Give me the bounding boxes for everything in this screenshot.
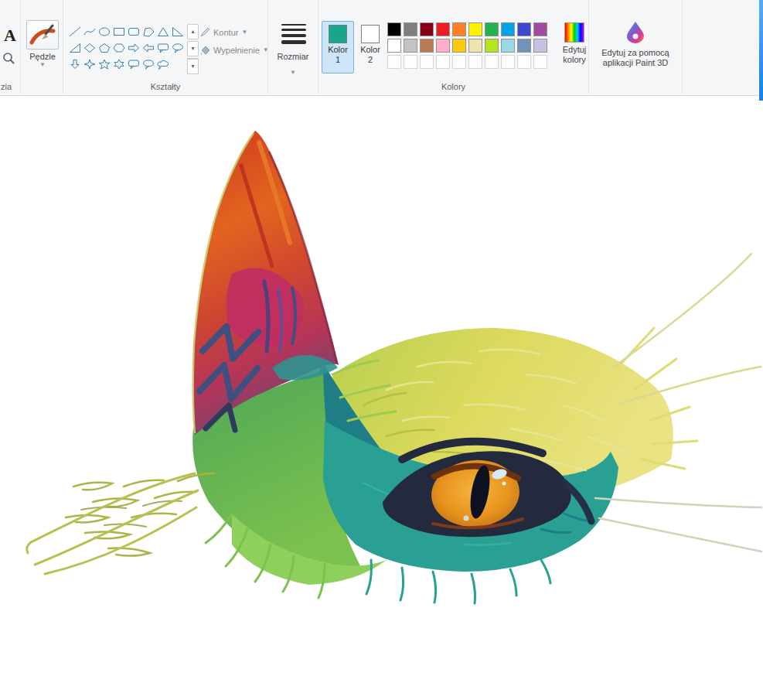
- palette-swatch-empty[interactable]: [452, 55, 466, 69]
- palette-swatch[interactable]: [485, 39, 499, 53]
- shape-curve-icon[interactable]: [82, 23, 97, 39]
- brushes-label: Pędzle: [26, 52, 59, 61]
- outline-label: Kontur: [213, 28, 238, 37]
- shapes-scroll-down-button[interactable]: ▼: [187, 41, 199, 56]
- shape-polygon-icon[interactable]: [141, 23, 155, 39]
- magnifier-icon[interactable]: [2, 52, 15, 68]
- fill-button[interactable]: Wypełnienie ▼: [199, 43, 274, 57]
- size-label: Rozmiar: [268, 52, 318, 61]
- shape-scalene-triangle-icon[interactable]: [67, 39, 82, 56]
- brushes-group: Pędzle ▼: [21, 0, 63, 94]
- shape-scroll: ▲ ▼ ▼: [187, 24, 198, 76]
- color1-label: Kolor: [322, 45, 353, 55]
- shape-arrow-down-icon[interactable]: [67, 56, 82, 72]
- color2-label: Kolor: [355, 45, 386, 55]
- shape-triangle-icon[interactable]: [155, 23, 170, 39]
- palette-swatch[interactable]: [452, 39, 466, 53]
- palette-swatch-empty[interactable]: [501, 55, 515, 69]
- palette-swatch[interactable]: [404, 39, 417, 53]
- palette-swatch[interactable]: [420, 22, 434, 36]
- shape-star-five-icon[interactable]: [97, 56, 111, 72]
- shape-diamond-icon[interactable]: [82, 39, 97, 56]
- palette-swatch[interactable]: [517, 39, 531, 53]
- shape-rounded-rectangle-icon[interactable]: [126, 23, 141, 39]
- shape-rectangle-icon[interactable]: [111, 23, 126, 39]
- chevron-down-icon: ▼: [241, 29, 247, 36]
- palette-swatch[interactable]: [420, 39, 434, 53]
- palette-swatch-empty[interactable]: [517, 55, 531, 69]
- palette-swatch[interactable]: [485, 22, 499, 36]
- shape-right-triangle-icon[interactable]: [170, 23, 185, 39]
- shape-grid: [67, 23, 185, 72]
- palette-swatch[interactable]: [533, 39, 547, 53]
- ribbon: A zia Pędzle ▼ ▲ ▼: [0, 0, 763, 96]
- edit-colors-label: Edytuj: [557, 45, 591, 55]
- shapes-scroll-up-button[interactable]: ▲: [187, 24, 199, 39]
- palette-swatch[interactable]: [468, 39, 482, 53]
- shape-callout-oval-icon[interactable]: [141, 56, 155, 72]
- color2-button[interactable]: Kolor 2: [354, 21, 387, 73]
- shape-callout-oval-icon[interactable]: [170, 39, 185, 56]
- colors-group-label: Kolory: [318, 82, 588, 91]
- palette-swatch[interactable]: [436, 39, 450, 53]
- rainbow-icon: [564, 22, 584, 43]
- paint3d-button[interactable]: Edytuj za pomocą aplikacji Paint 3D: [589, 0, 682, 94]
- paint3d-label: Edytuj za pomocą: [589, 48, 682, 58]
- outline-pencil-icon: [199, 27, 210, 38]
- palette-swatch[interactable]: [501, 39, 515, 53]
- palette-swatch[interactable]: [387, 22, 401, 36]
- chevron-down-icon: ▼: [290, 69, 296, 76]
- outline-button[interactable]: Kontur ▼: [199, 26, 274, 39]
- fill-bucket-icon: [199, 45, 210, 56]
- palette-swatch-empty[interactable]: [387, 55, 401, 69]
- shapes-group-label: Kształty: [63, 82, 267, 91]
- paint3d-group: Edytuj za pomocą aplikacji Paint 3D: [589, 0, 683, 94]
- shape-star-four-icon[interactable]: [82, 56, 97, 72]
- canvas[interactable]: [0, 96, 763, 700]
- palette-swatch[interactable]: [517, 22, 531, 36]
- chevron-down-icon: ▼: [26, 62, 59, 68]
- fill-label: Wypełnienie: [213, 46, 260, 55]
- size-group: Rozmiar ▼: [268, 0, 318, 94]
- shape-pentagon-icon[interactable]: [97, 39, 111, 56]
- palette-swatch[interactable]: [436, 22, 450, 36]
- palette-swatch[interactable]: [468, 22, 482, 36]
- size-button[interactable]: Rozmiar ▼: [268, 0, 318, 94]
- palette-swatch-empty[interactable]: [485, 55, 499, 69]
- palette-swatch[interactable]: [404, 22, 417, 36]
- color1-swatch: [329, 25, 347, 43]
- tools-group-label: zia: [0, 82, 21, 91]
- palette-swatch[interactable]: [452, 22, 466, 36]
- palette-swatch[interactable]: [533, 22, 547, 36]
- shape-arrow-left-icon[interactable]: [141, 39, 155, 56]
- shape-ellipse-icon[interactable]: [97, 23, 111, 39]
- edit-colors-button[interactable]: Edytuj kolory: [557, 21, 591, 65]
- brush-icon: [26, 20, 59, 50]
- palette-swatch-empty[interactable]: [436, 55, 450, 69]
- shape-callout-rounded-icon[interactable]: [126, 56, 141, 72]
- shapes-more-button[interactable]: ▼: [187, 58, 199, 74]
- palette-swatch-empty[interactable]: [468, 55, 482, 69]
- palette-swatch[interactable]: [387, 39, 401, 53]
- colors-group: Kolor 1 Kolor 2 Edytuj kolory Kolory: [318, 0, 589, 94]
- shape-callout-rounded-icon[interactable]: [155, 39, 170, 56]
- shapes-group: ▲ ▼ ▼ Kontur ▼ Wypełnienie ▼ Kształty: [63, 0, 268, 94]
- shape-hexagon-icon[interactable]: [111, 39, 126, 56]
- palette-swatch-empty[interactable]: [404, 55, 417, 69]
- color-palette: [387, 22, 550, 71]
- palette-swatch-empty[interactable]: [420, 55, 434, 69]
- cat-drawing: [0, 96, 763, 700]
- paint3d-icon: [625, 21, 645, 47]
- shape-arrow-right-icon[interactable]: [126, 39, 141, 56]
- color1-button[interactable]: Kolor 1: [322, 21, 354, 73]
- window-edge-strip: [759, 0, 763, 101]
- text-tool-icon[interactable]: A: [4, 26, 16, 46]
- shape-callout-cloud-icon[interactable]: [155, 56, 170, 72]
- color2-swatch: [361, 25, 380, 43]
- shape-star-six-icon[interactable]: [111, 56, 126, 72]
- size-lines-icon: [281, 24, 307, 47]
- palette-swatch[interactable]: [501, 22, 515, 36]
- shape-line-icon[interactable]: [67, 23, 82, 39]
- palette-swatch-empty[interactable]: [533, 55, 547, 69]
- brushes-button[interactable]: Pędzle ▼: [26, 20, 59, 68]
